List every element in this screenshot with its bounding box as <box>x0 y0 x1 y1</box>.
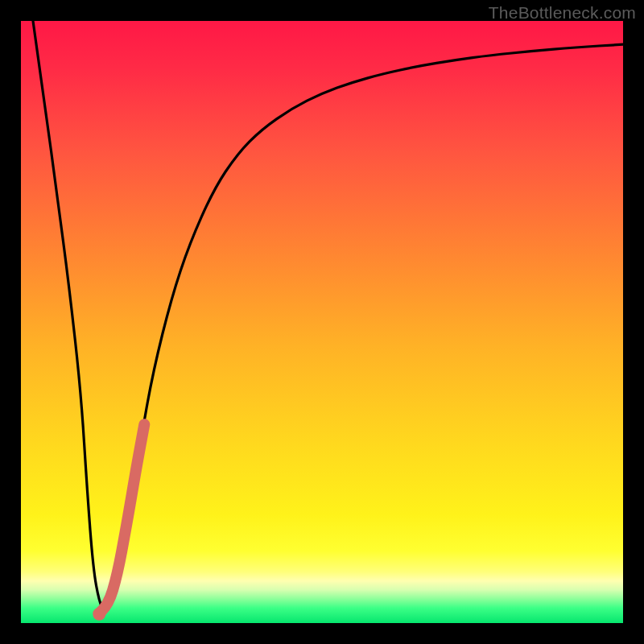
optimal-point-marker <box>93 608 105 621</box>
highlight-segment <box>101 424 145 612</box>
chart-frame: TheBottleneck.com <box>0 0 644 644</box>
curve-overlay <box>21 21 623 623</box>
watermark-text: TheBottleneck.com <box>489 3 636 23</box>
plot-area <box>21 21 623 623</box>
